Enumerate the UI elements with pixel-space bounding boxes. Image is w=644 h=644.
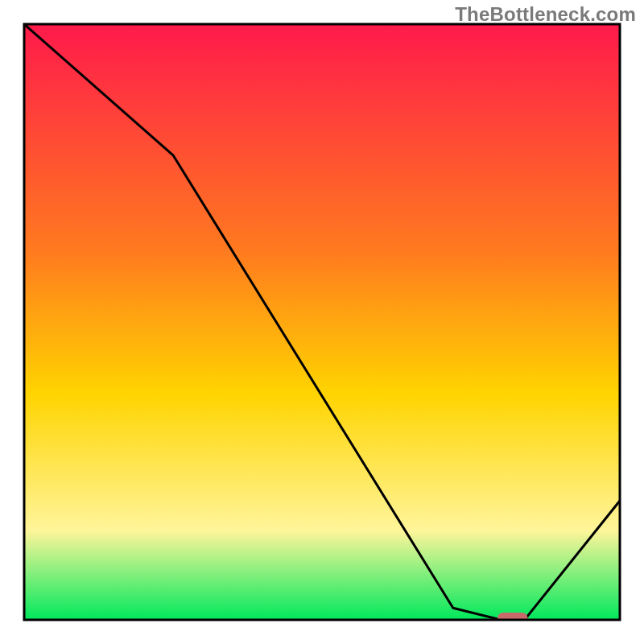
chart-stage: TheBottleneck.com (0, 0, 644, 644)
bottleneck-chart (0, 0, 644, 644)
plot-gradient (24, 24, 620, 620)
